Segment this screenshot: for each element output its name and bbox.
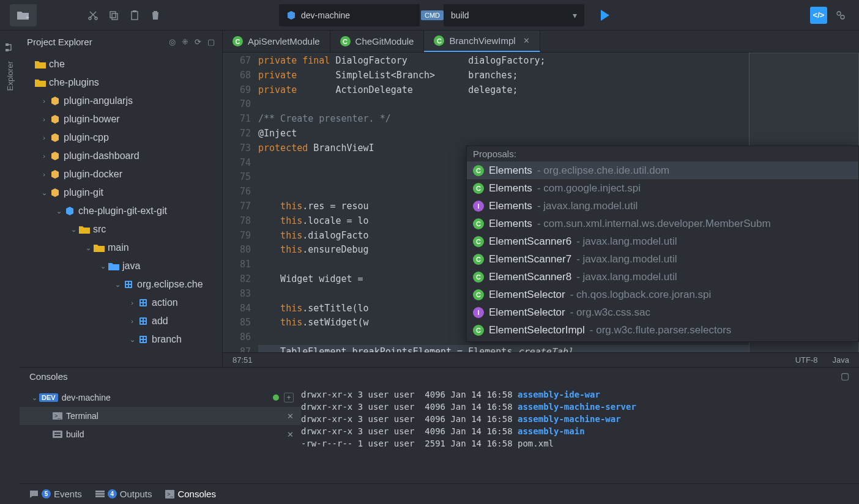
new-project-button[interactable]: + <box>10 4 37 26</box>
paste-button[interactable] <box>126 7 143 24</box>
console-output[interactable]: drwxr-xr-x 3 user user 4096 Jan 14 16:58… <box>301 385 859 483</box>
line-number: 77 <box>223 199 251 214</box>
expand-arrow-icon[interactable]: › <box>39 116 49 123</box>
cube-icon <box>49 114 61 125</box>
tree-item-label: plugin-angularjs <box>64 95 133 106</box>
console-line: drwxr-xr-x 3 user user 4096 Jan 14 16:58… <box>301 388 859 401</box>
proposal-item[interactable]: IElements - javax.lang.model.util <box>467 197 858 215</box>
refresh-icon[interactable]: ⟳ <box>195 37 201 46</box>
editor-tab[interactable]: CBranchViewImpl✕ <box>424 31 540 52</box>
console-tree-item[interactable]: build✕ <box>20 425 301 443</box>
tree-item[interactable]: ⌄org.eclipse.che <box>20 275 222 294</box>
bottom-panel-tab[interactable]: >_Consoles <box>165 489 216 499</box>
console-tree-item[interactable]: >_Terminal✕ <box>20 407 301 425</box>
tree-item[interactable]: ›plugin-cpp <box>20 128 222 147</box>
locate-icon[interactable]: ◎ <box>169 37 176 46</box>
proposal-item[interactable]: IElementSelector - org.w3c.css.sac <box>467 303 858 321</box>
tree-item[interactable]: ⌄branch <box>20 330 222 349</box>
chevron-down-icon: ▾ <box>573 10 577 20</box>
line-number: 83 <box>223 287 251 302</box>
editor-tab[interactable]: CCheGitModule <box>330 31 425 52</box>
close-icon[interactable]: ✕ <box>287 412 294 421</box>
machine-selector[interactable]: dev-machine <box>279 4 420 26</box>
tree-item[interactable]: ›add <box>20 312 222 330</box>
expand-arrow-icon[interactable]: › <box>127 317 137 325</box>
proposal-item[interactable]: CElements - org.eclipse.che.ide.util.dom <box>467 161 858 179</box>
line-number: 79 <box>223 229 251 243</box>
stack-icon <box>95 490 105 498</box>
svg-rect-11 <box>125 281 132 288</box>
proposal-name: ElementSelector <box>489 289 565 301</box>
tree-item[interactable]: ⌄plugin-git <box>20 183 222 202</box>
expand-arrow-icon[interactable]: ⌄ <box>69 226 78 234</box>
tree-item[interactable]: ⌄main <box>20 239 222 257</box>
line-number: 68 <box>223 69 251 83</box>
expand-arrow-icon[interactable]: ⌄ <box>39 189 49 197</box>
panel-label: Consoles <box>177 489 216 499</box>
tree-item[interactable]: ⌄src <box>20 220 222 239</box>
side-tab-explorer[interactable]: Explorer <box>0 43 20 104</box>
status-dot-icon <box>273 395 279 401</box>
tree-item[interactable]: che <box>20 55 222 73</box>
proposal-item[interactable]: CElementSelectorImpl - org.w3c.flute.par… <box>467 321 858 339</box>
file-encoding[interactable]: UTF-8 <box>795 355 818 365</box>
consoles-header: Consoles ▢ <box>20 368 859 385</box>
line-number: 78 <box>223 214 251 229</box>
expand-arrow-icon[interactable]: › <box>39 152 49 160</box>
line-number: 72 <box>223 127 251 141</box>
proposal-package: - com.sun.xml.internal.ws.developer.Memb… <box>537 218 771 230</box>
add-terminal-button[interactable]: + <box>284 393 294 402</box>
collapse-icon[interactable]: ⁜ <box>182 37 188 46</box>
expand-arrow-icon[interactable]: › <box>39 171 49 178</box>
svg-rect-26 <box>139 336 147 343</box>
run-button[interactable] <box>594 4 616 26</box>
svg-rect-36 <box>95 491 105 492</box>
line-gutter: 6768697071727374757677787980818283848586… <box>223 53 258 352</box>
proposal-item[interactable]: CElementScanner7 - javax.lang.model.util <box>467 250 858 268</box>
expand-arrow-icon[interactable]: ⌄ <box>98 262 108 270</box>
proposal-package: - javax.lang.model.util <box>576 253 677 265</box>
expand-arrow-icon[interactable]: ⌄ <box>127 336 137 344</box>
expand-arrow-icon[interactable]: ⌄ <box>83 244 93 252</box>
upper-split: Project Explorer ◎ ⁜ ⟳ ▢ cheche-plugins›… <box>20 31 859 367</box>
bottom-panel-tab[interactable]: 4Outputs <box>95 489 152 499</box>
tree-item[interactable]: ⌄java <box>20 257 222 275</box>
copy-button[interactable] <box>105 7 122 24</box>
tree-item[interactable]: ›plugin-docker <box>20 165 222 183</box>
console-tree-item[interactable]: ⌄DEVdev-machine+ <box>20 388 301 407</box>
proposal-item[interactable]: CElements - com.sun.xml.internal.ws.deve… <box>467 215 858 232</box>
expand-arrow-icon[interactable]: ⌄ <box>54 207 64 215</box>
proposal-item[interactable]: CElementSelector - ch.qos.logback.core.j… <box>467 286 858 303</box>
cut-button[interactable] <box>84 7 102 24</box>
file-language[interactable]: Java <box>833 355 849 365</box>
maximize-icon[interactable]: ▢ <box>207 37 215 46</box>
expand-arrow-icon[interactable]: ⌄ <box>113 281 122 289</box>
proposal-package: - javax.lang.model.util <box>537 200 638 212</box>
proposal-item[interactable]: CElementScanner8 - javax.lang.model.util <box>467 268 858 286</box>
tree-item-label: plugin-git <box>64 187 103 198</box>
proposal-item[interactable]: CElements - com.google.inject.spi <box>467 179 858 197</box>
expand-arrow-icon[interactable]: › <box>127 299 137 306</box>
expand-arrow-icon[interactable]: ⌄ <box>29 394 39 402</box>
maximize-icon[interactable]: ▢ <box>841 371 849 382</box>
class-icon: C <box>232 36 243 46</box>
close-icon[interactable]: ✕ <box>287 430 294 439</box>
tree-item[interactable]: ›plugin-bower <box>20 110 222 128</box>
tree-item[interactable]: ⌄che-plugin-git-ext-git <box>20 202 222 220</box>
close-icon[interactable]: ✕ <box>523 36 530 45</box>
tree-item[interactable]: che-plugins <box>20 73 222 92</box>
proposal-name: Elements <box>489 200 532 212</box>
proposal-item[interactable]: CElementScanner6 - javax.lang.model.util <box>467 232 858 250</box>
code-view-button[interactable]: </> <box>810 7 827 24</box>
settings-button[interactable] <box>832 7 849 24</box>
count-badge: 5 <box>42 489 51 498</box>
expand-arrow-icon[interactable]: › <box>39 134 49 141</box>
delete-button[interactable] <box>147 7 164 24</box>
tree-item[interactable]: ›plugin-dashboard <box>20 147 222 165</box>
expand-arrow-icon[interactable]: › <box>39 97 49 105</box>
command-selector[interactable]: build ▾ <box>444 4 584 26</box>
editor-tab[interactable]: CApiServletModule <box>223 31 330 52</box>
tree-item[interactable]: ›plugin-angularjs <box>20 92 222 110</box>
bottom-panel-tab[interactable]: 5Events <box>29 489 82 499</box>
tree-item[interactable]: ›action <box>20 294 222 312</box>
